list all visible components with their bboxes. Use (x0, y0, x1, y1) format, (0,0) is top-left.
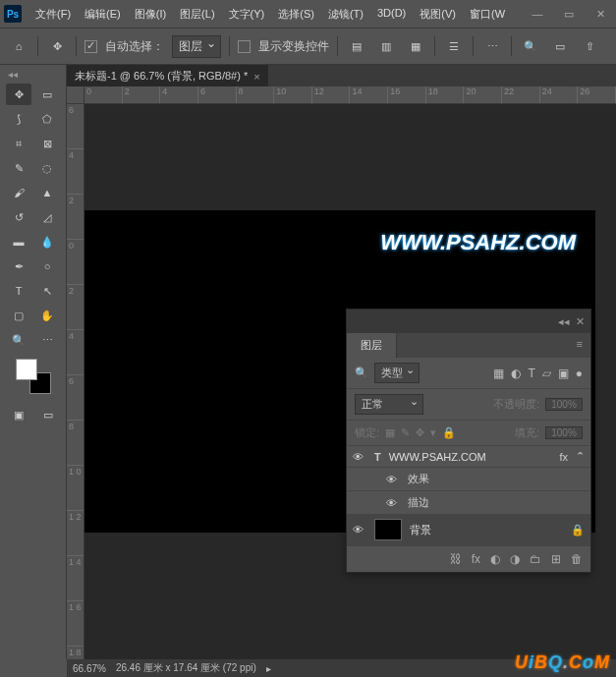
lock-position-icon[interactable]: ✎ (401, 426, 410, 439)
crop-tool[interactable]: ⌗ (6, 133, 31, 154)
zoom-level[interactable]: 66.67% (73, 663, 106, 674)
align-center-icon[interactable]: ▥ (375, 35, 397, 57)
more-icon[interactable]: ⋯ (481, 35, 503, 57)
frame-tool[interactable]: ⊠ (34, 133, 60, 154)
menu-edit[interactable]: 编辑(E) (79, 3, 127, 26)
menu-image[interactable]: 图像(I) (129, 3, 172, 26)
search-icon[interactable]: 🔍 (355, 367, 368, 379)
layer-name[interactable]: 背景 (410, 523, 563, 537)
lock-pixels-icon[interactable]: ▦ (385, 426, 395, 439)
visibility-toggle-icon[interactable]: 👁 (353, 451, 366, 463)
lasso-tool[interactable]: ⟆ (6, 108, 31, 130)
horizontal-ruler[interactable]: 02468101214161820222426 (84, 86, 616, 104)
blur-tool[interactable]: 💧 (34, 231, 60, 253)
move-tool-preset-icon[interactable]: ✥ (46, 35, 68, 57)
fill-input[interactable] (545, 426, 583, 439)
new-layer-icon[interactable]: ⊞ (551, 552, 561, 566)
show-transform-checkbox[interactable] (238, 40, 251, 53)
close-tab-icon[interactable]: × (253, 71, 259, 83)
distribute-icon[interactable]: ☰ (443, 35, 465, 57)
edit-toolbar[interactable]: ⋯ (34, 329, 60, 351)
dodge-tool[interactable]: ○ (34, 255, 60, 277)
share-icon[interactable]: ⇧ (579, 35, 600, 57)
color-swatches[interactable] (16, 359, 51, 394)
align-right-icon[interactable]: ▦ (405, 35, 426, 57)
path-select-tool[interactable]: ↖ (34, 280, 60, 302)
zoom-tool[interactable]: 🔍 (6, 329, 31, 351)
marquee-tool[interactable]: ▭ (34, 84, 60, 105)
collapse-panel-icon[interactable]: ◂◂ (558, 315, 570, 328)
eyedropper-tool[interactable]: ✎ (6, 157, 31, 179)
filter-shape-icon[interactable]: ▱ (542, 367, 551, 380)
foreground-color-swatch[interactable] (16, 359, 37, 380)
lock-all-icon[interactable]: 🔒 (442, 426, 456, 439)
menu-filter[interactable]: 滤镜(T) (322, 3, 369, 26)
quick-mask-tool[interactable]: ▣ (6, 404, 31, 425)
panel-menu-icon[interactable]: ≡ (569, 333, 590, 358)
layer-item-text[interactable]: 👁 T WWW.PSAHZ.COM fx ⌃ (347, 446, 590, 468)
filter-smart-icon[interactable]: ▣ (558, 367, 569, 380)
lock-move-icon[interactable]: ✥ (416, 426, 424, 439)
clone-stamp-tool[interactable]: ▲ (34, 182, 60, 203)
blend-mode-dropdown[interactable]: 正常 (355, 394, 423, 415)
screen-mode-tool[interactable]: ▭ (35, 404, 61, 425)
hand-tool[interactable]: ✋ (34, 305, 60, 326)
document-dimensions[interactable]: 26.46 厘米 x 17.64 厘米 (72 ppi) (116, 661, 256, 675)
layer-effects-item[interactable]: 👁 效果 (347, 468, 590, 491)
filter-kind-dropdown[interactable]: 类型 (374, 363, 420, 383)
menu-window[interactable]: 窗口(W (464, 3, 511, 26)
filter-pixel-icon[interactable]: ▦ (493, 367, 504, 380)
menu-layer[interactable]: 图层(L) (174, 3, 220, 26)
filter-adjustment-icon[interactable]: ◐ (511, 367, 521, 380)
filter-type-icon[interactable]: T (528, 367, 534, 380)
filter-toggle-icon[interactable]: ● (576, 367, 583, 380)
close-button[interactable]: ✕ (588, 4, 612, 24)
group-icon[interactable]: 🗀 (530, 552, 541, 566)
delete-layer-icon[interactable]: 🗑 (571, 552, 583, 566)
search-icon[interactable]: 🔍 (520, 35, 541, 57)
menu-file[interactable]: 文件(F) (29, 3, 77, 26)
menu-3d[interactable]: 3D(D) (371, 3, 412, 26)
link-layers-icon[interactable]: ⛓ (450, 552, 462, 566)
mask-icon[interactable]: ◐ (490, 552, 500, 566)
type-tool[interactable]: T (6, 280, 31, 302)
quick-select-tool[interactable]: ◌ (34, 157, 60, 179)
layer-item-background[interactable]: 👁 背景 🔒 (347, 515, 590, 545)
layers-tab[interactable]: 图层 (347, 333, 397, 358)
collapse-fx-icon[interactable]: ⌃ (576, 450, 585, 463)
gradient-tool[interactable]: ▬ (6, 231, 31, 253)
layer-stroke-item[interactable]: 👁 描边 (347, 491, 590, 515)
fx-badge[interactable]: fx (559, 451, 568, 463)
document-tab[interactable]: 未标题-1 @ 66.7% (背景, RGB/8#) * × (67, 65, 268, 86)
vertical-ruler[interactable]: 642024681 01 21 41 61 82 (67, 104, 84, 659)
eraser-tool[interactable]: ◿ (34, 206, 60, 228)
menu-select[interactable]: 选择(S) (272, 3, 320, 26)
adjustment-icon[interactable]: ◑ (510, 552, 520, 566)
menu-type[interactable]: 文字(Y) (223, 3, 271, 26)
panel-header[interactable]: ◂◂ ✕ (347, 310, 590, 333)
canvas-text-layer[interactable]: WWW.PSAHZ.COM (380, 230, 576, 255)
lock-artboard-icon[interactable]: ▾ (430, 426, 436, 439)
auto-select-dropdown[interactable]: 图层 (172, 35, 221, 58)
maximize-button[interactable]: ▭ (557, 4, 581, 24)
fx-icon[interactable]: fx (472, 552, 480, 566)
move-tool[interactable]: ✥ (6, 84, 31, 105)
polygon-lasso-tool[interactable]: ⬠ (34, 108, 60, 130)
visibility-toggle-icon[interactable]: 👁 (386, 497, 400, 509)
align-left-icon[interactable]: ▤ (346, 35, 367, 57)
close-panel-icon[interactable]: ✕ (576, 315, 585, 328)
auto-select-checkbox[interactable] (84, 40, 97, 53)
history-brush-tool[interactable]: ↺ (6, 206, 31, 228)
layer-thumbnail[interactable] (374, 519, 402, 540)
pen-tool[interactable]: ✒ (6, 255, 31, 277)
collapse-toolpanel[interactable]: ◂◂ (6, 67, 20, 82)
menu-view[interactable]: 视图(V) (414, 3, 462, 26)
rectangle-tool[interactable]: ▢ (6, 305, 31, 326)
visibility-toggle-icon[interactable]: 👁 (353, 524, 366, 536)
opacity-input[interactable] (545, 398, 583, 411)
status-menu-icon[interactable]: ▸ (266, 663, 271, 674)
visibility-toggle-icon[interactable]: 👁 (386, 474, 400, 485)
home-icon[interactable]: ⌂ (8, 35, 29, 57)
brush-tool[interactable]: 🖌 (6, 182, 31, 203)
minimize-button[interactable]: ― (526, 4, 549, 24)
